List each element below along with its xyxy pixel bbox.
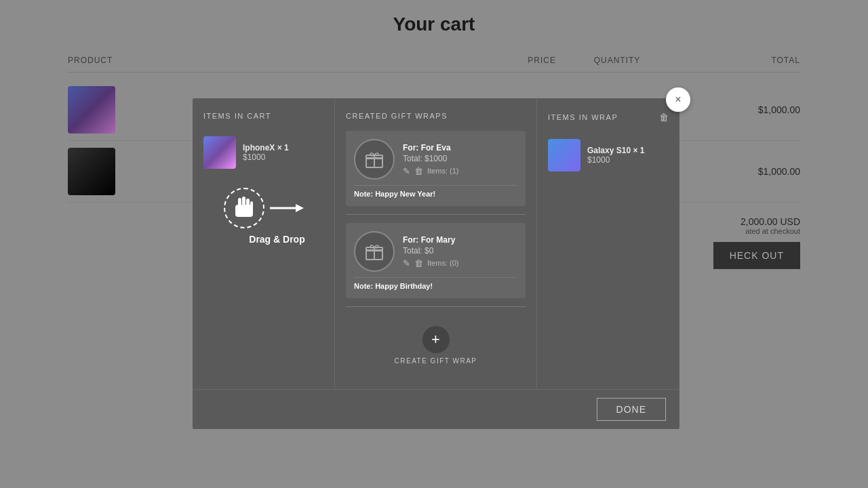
gift-icon-circle [354, 231, 395, 272]
svg-rect-1 [238, 198, 241, 207]
done-button[interactable]: DONE [597, 398, 666, 421]
gift-for: For: For Eva [403, 143, 517, 152]
items-in-cart-title: ITEMS IN CART [203, 112, 323, 120]
note-text: Happy New Year! [375, 190, 435, 198]
items-count: Items: (0) [427, 259, 458, 267]
items-in-wrap-title: ITEMS IN WRAP [548, 113, 618, 121]
gift-wrap-item: For: For Eva Total: $1000 ✎ 🗑 Items: (1) [346, 131, 526, 206]
svg-rect-2 [242, 197, 245, 207]
drag-arrow [270, 201, 304, 215]
arrow-icon [270, 201, 304, 215]
gift-for-label: For: [403, 143, 421, 152]
gift-total: Total: $1000 [403, 154, 517, 163]
gift-wrap-details: For: For Mary Total: $0 ✎ 🗑 Items: (0) [403, 235, 517, 268]
drag-circle [224, 188, 264, 228]
delete-icon[interactable]: 🗑 [414, 166, 423, 176]
drag-drop-indicator: Drag & Drop [203, 188, 323, 245]
svg-rect-4 [250, 201, 253, 208]
create-gift-wrap-area: + CREATE GIFT WRAP [346, 315, 526, 375]
wrap-item-info: Galaxy S10 × 1 $1000 [587, 146, 644, 165]
gift-actions: ✎ 🗑 Items: (0) [403, 258, 517, 268]
modal-body: ITEMS IN CART IphoneX × 1 $1000 [193, 98, 679, 389]
cart-item-image [203, 136, 236, 169]
cart-item-price: $1000 [243, 152, 289, 162]
gift-box-icon [363, 148, 385, 170]
items-in-wrap-column: ITEMS IN WRAP 🗑 Galaxy S10 × 1 $1000 [537, 98, 679, 389]
note-label: Note: [354, 190, 375, 198]
close-button[interactable]: × [666, 87, 690, 112]
close-icon: × [675, 94, 681, 106]
gift-note: Note: Happy Birthday! [354, 277, 517, 290]
cart-item-info: IphoneX × 1 $1000 [243, 143, 289, 162]
wrap-item: Galaxy S10 × 1 $1000 [548, 134, 669, 177]
cart-item[interactable]: IphoneX × 1 $1000 [203, 131, 323, 174]
divider [346, 306, 526, 307]
delete-icon[interactable]: 🗑 [414, 258, 423, 268]
gift-total-value: $0 [425, 246, 433, 256]
edit-icon[interactable]: ✎ [403, 258, 410, 268]
gift-icon-circle [354, 139, 395, 180]
gift-for-label: For: [403, 235, 421, 245]
wrap-item-image [548, 139, 580, 171]
gift-actions: ✎ 🗑 Items: (1) [403, 166, 517, 176]
created-gift-wraps-column: CREATED GIFT WRAPS [335, 98, 537, 389]
cart-item-name: IphoneX × 1 [243, 143, 289, 152]
wrap-item-thumbnail [548, 139, 580, 171]
hand-icon [233, 195, 256, 221]
gift-for: For: For Mary [403, 235, 517, 245]
items-in-cart-column: ITEMS IN CART IphoneX × 1 $1000 [193, 98, 335, 389]
wrap-item-price: $1000 [587, 155, 644, 165]
note-label: Note: [354, 282, 375, 290]
gift-box-icon [363, 241, 385, 262]
gift-wrap-row: For: For Mary Total: $0 ✎ 🗑 Items: (0) [354, 231, 517, 272]
create-gift-wrap-button[interactable]: + [422, 326, 450, 353]
gift-total-value: $1000 [425, 154, 447, 163]
create-gift-wrap-label: CREATE GIFT WRAP [395, 357, 477, 365]
clear-wrap-icon[interactable]: 🗑 [659, 112, 669, 123]
note-text: Happy Birthday! [375, 282, 433, 290]
gift-wrap-row: For: For Eva Total: $1000 ✎ 🗑 Items: (1) [354, 139, 517, 180]
svg-marker-6 [296, 204, 304, 212]
drag-label: Drag & Drop [249, 234, 304, 245]
gift-for-name: For Mary [421, 235, 456, 245]
gift-note: Note: Happy New Year! [354, 185, 517, 198]
edit-icon[interactable]: ✎ [403, 166, 410, 176]
created-gift-wraps-title: CREATED GIFT WRAPS [346, 112, 526, 120]
gift-wrap-modal: × ITEMS IN CART IphoneX × 1 $1000 [193, 98, 679, 429]
divider [346, 214, 526, 215]
cart-item-thumbnail [203, 136, 236, 169]
gift-wrap-item: For: For Mary Total: $0 ✎ 🗑 Items: (0) [346, 223, 526, 298]
items-count: Items: (1) [427, 167, 458, 175]
gift-total: Total: $0 [403, 246, 517, 256]
wrap-item-name: Galaxy S10 × 1 [587, 146, 644, 155]
modal-footer: DONE [193, 389, 679, 429]
gift-for-name: For Eva [421, 143, 451, 152]
svg-rect-3 [246, 199, 250, 207]
gift-wrap-details: For: For Eva Total: $1000 ✎ 🗑 Items: (1) [403, 143, 517, 176]
